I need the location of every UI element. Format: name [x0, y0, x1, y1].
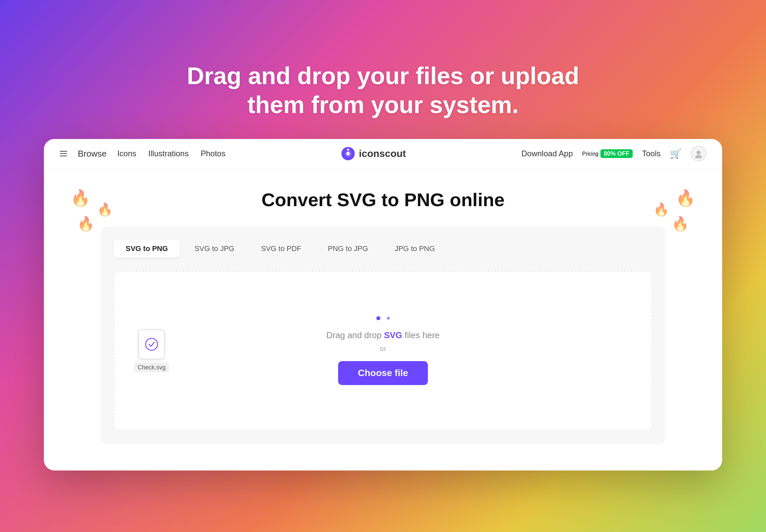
download-app-link[interactable]: Download App [521, 149, 573, 158]
pricing-link[interactable]: Pricing80% OFF [582, 150, 633, 157]
nav-photos[interactable]: Photos [200, 149, 225, 158]
tab-svg-to-jpg[interactable]: SVG to JPG [183, 240, 246, 258]
hero-heading: Drag and drop your files or upload them … [187, 62, 579, 119]
flame-decoration-3: 🔥 [77, 215, 94, 232]
cart-icon[interactable]: 🛒 [670, 148, 682, 159]
nav-links: Icons Illustrations Photos [117, 149, 225, 158]
flame-decoration-4: 🔥 [676, 189, 696, 207]
navbar: Browse Icons Illustrations Photos iconsc… [44, 139, 722, 169]
tab-png-to-jpg[interactable]: PNG to JPG [316, 240, 380, 258]
tab-jpg-to-png[interactable]: JPG to PNG [383, 240, 447, 258]
choose-file-button[interactable]: Choose file [338, 361, 428, 385]
svg-point-6 [146, 338, 158, 350]
nav-icons[interactable]: Icons [117, 149, 136, 158]
browse-label[interactable]: Browse [78, 149, 107, 159]
or-separator: or [380, 344, 386, 353]
file-name-label: Check.svg [134, 362, 169, 372]
tools-link[interactable]: Tools [642, 149, 661, 158]
tab-svg-to-pdf[interactable]: SVG to PDF [249, 240, 313, 258]
loading-dots [376, 316, 390, 320]
logo-icon [341, 146, 355, 161]
nav-illustrations[interactable]: Illustrations [148, 149, 189, 158]
browser-window: Browse Icons Illustrations Photos iconsc… [44, 139, 722, 470]
menu-button[interactable] [60, 151, 67, 156]
tab-svg-to-png[interactable]: SVG to PNG [114, 240, 180, 258]
main-content: 🔥 🔥 🔥 🔥 🔥 🔥 Convert SVG to PNG online SV… [44, 169, 722, 470]
file-icon [138, 329, 165, 359]
svg-point-5 [695, 155, 702, 158]
flame-decoration-6: 🔥 [672, 215, 689, 232]
dot-1 [376, 316, 380, 320]
drag-drop-text: Drag and drop SVG files here [326, 330, 440, 340]
dropzone[interactable]: Check.svg Drag and drop SVG files here o… [114, 271, 652, 431]
page-title: Convert SVG to PNG online [70, 189, 696, 210]
discount-badge: 80% OFF [600, 149, 633, 158]
svg-point-4 [697, 151, 701, 155]
dropzone-center: Drag and drop SVG files here or Choose f… [326, 316, 440, 385]
flame-decoration-1: 🔥 [70, 189, 90, 207]
nav-right: Download App Pricing80% OFF Tools 🛒 [521, 146, 706, 161]
logo-text: iconscout [359, 148, 406, 159]
nav-center: iconscout [225, 146, 521, 161]
nav-left: Browse Icons Illustrations Photos [60, 149, 225, 159]
dot-2 [387, 317, 390, 320]
flame-decoration-5: 🔥 [653, 202, 669, 217]
avatar[interactable] [691, 146, 706, 161]
flame-decoration-2: 🔥 [97, 202, 113, 217]
svg-point-2 [346, 152, 350, 155]
file-preview: Check.svg [134, 329, 169, 372]
conversion-tabs: SVG to PNG SVG to JPG SVG to PDF PNG to … [114, 240, 652, 258]
svg-point-3 [347, 149, 349, 151]
converter-panel: SVG to PNG SVG to JPG SVG to PDF PNG to … [100, 226, 666, 444]
